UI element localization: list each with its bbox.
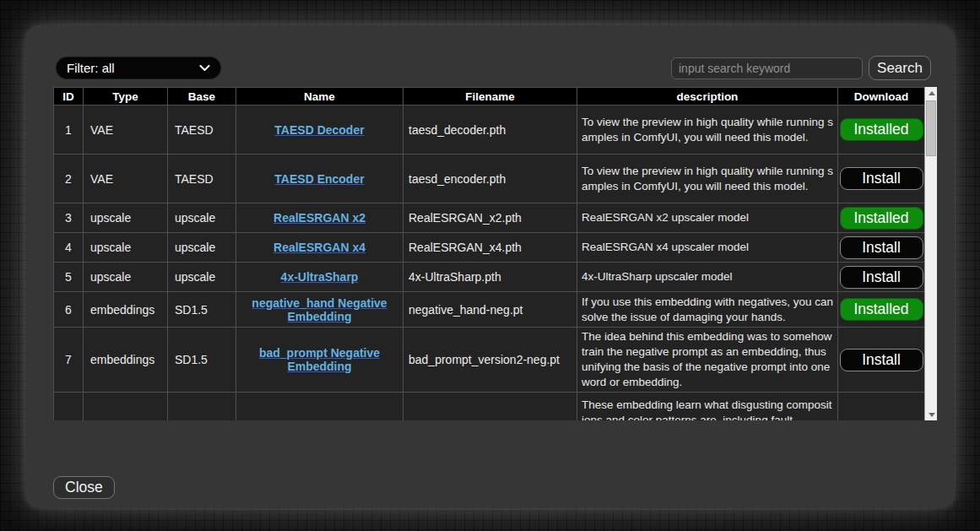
cell-id: 6: [54, 292, 84, 328]
cell-type: VAE: [84, 154, 168, 203]
table-row: 6 embeddings SD1.5 negative_hand Negativ…: [54, 292, 925, 328]
model-name-link[interactable]: bad_prompt Negative Embedding: [259, 346, 380, 373]
cell-filename: RealESRGAN_x2.pth: [403, 203, 577, 233]
install-button[interactable]: Install: [840, 266, 923, 289]
table-row: 7 embeddings SD1.5 bad_prompt Negative E…: [54, 328, 925, 393]
cell-description: The idea behind this embedding was to so…: [577, 328, 838, 393]
scrollbar-up-arrow[interactable]: [925, 87, 938, 99]
graph-canvas-background: Filter: all Search ID Type: [0, 0, 980, 531]
header-type: Type: [84, 88, 168, 106]
cell-filename: RealESRGAN_x4.pth: [403, 233, 577, 263]
cell-type: VAE: [84, 106, 168, 154]
cell-filename: bad_prompt_version2-neg.pt: [403, 328, 577, 393]
cell-description: These embedding learn what disgusting co…: [577, 393, 838, 421]
triangle-down-icon: [929, 413, 935, 417]
table-row: 5 upscale upscale 4x-UltraSharp 4x-Ultra…: [54, 263, 925, 292]
header-download: Download: [838, 88, 925, 106]
cell-base: upscale: [168, 233, 236, 263]
table-header-row: ID Type Base Name Filename description D…: [54, 88, 925, 106]
cell-type: upscale: [84, 203, 168, 233]
search-input[interactable]: [671, 57, 863, 79]
table-row: 3 upscale upscale RealESRGAN x2 RealESRG…: [54, 203, 925, 233]
cell-base: upscale: [168, 263, 236, 292]
header-id: ID: [54, 88, 84, 106]
installed-button[interactable]: Installed: [840, 298, 923, 321]
model-name-link[interactable]: RealESRGAN x4: [273, 241, 365, 254]
header-filename: Filename: [403, 88, 577, 106]
cell-filename: [403, 393, 577, 421]
search-button[interactable]: Search: [869, 56, 931, 80]
cell-name: [236, 393, 403, 421]
cell-description: 4x-UltraSharp upscaler model: [577, 263, 838, 292]
table-row: 2 VAE TAESD TAESD Encoder taesd_encoder.…: [54, 154, 925, 203]
cell-type: embeddings: [84, 292, 168, 328]
cell-base: SD1.5: [168, 328, 236, 393]
model-name-link[interactable]: RealESRGAN x2: [273, 211, 365, 225]
install-button[interactable]: Install: [840, 349, 923, 371]
close-button[interactable]: Close: [53, 476, 115, 499]
cell-description: To view the preview in high quality whil…: [577, 154, 838, 203]
cell-base: [168, 393, 236, 421]
install-models-dialog: Filter: all Search ID Type: [25, 25, 955, 508]
cell-type: [84, 393, 168, 421]
cell-filename: taesd_decoder.pth: [403, 106, 577, 154]
triangle-up-icon: [929, 91, 935, 95]
cell-filename: negative_hand-neg.pt: [403, 292, 577, 328]
scrollbar-down-arrow[interactable]: [925, 409, 938, 420]
model-name-link[interactable]: TAESD Encoder: [274, 172, 364, 186]
header-name: Name: [236, 88, 403, 106]
table-scrollbar[interactable]: [924, 87, 937, 420]
cell-id: 3: [54, 203, 84, 233]
cell-filename: taesd_encoder.pth: [403, 154, 577, 203]
models-table-viewport: ID Type Base Name Filename description D…: [53, 87, 924, 420]
filter-dropdown-value: Filter: all: [67, 61, 115, 75]
cell-description: RealESRGAN x4 upscaler model: [577, 233, 838, 263]
cell-id: 5: [54, 263, 84, 292]
scrollbar-thumb[interactable]: [926, 100, 936, 156]
table-row-clipped: These embedding learn what disgusting co…: [54, 393, 925, 421]
model-name-link[interactable]: 4x-UltraSharp: [281, 270, 359, 284]
chevron-down-icon: [199, 65, 210, 72]
install-button[interactable]: Install: [840, 167, 923, 190]
cell-description: To view the preview in high quality whil…: [577, 106, 838, 154]
cell-id: 4: [54, 233, 84, 263]
install-button[interactable]: Install: [840, 236, 923, 259]
cell-base: TAESD: [168, 154, 236, 203]
cell-download: [838, 393, 925, 421]
cell-type: upscale: [84, 263, 168, 292]
header-description: description: [577, 88, 838, 106]
cell-id: 7: [54, 328, 84, 393]
cell-id: [54, 393, 84, 421]
cell-type: embeddings: [84, 328, 168, 393]
header-base: Base: [168, 88, 236, 106]
installed-button[interactable]: Installed: [840, 207, 923, 230]
cell-base: TAESD: [168, 106, 236, 154]
table-row: 4 upscale upscale RealESRGAN x4 RealESRG…: [54, 233, 925, 263]
cell-type: upscale: [84, 233, 168, 263]
cell-base: SD1.5: [168, 292, 236, 328]
cell-base: upscale: [168, 203, 236, 233]
cell-description: RealESRGAN x2 upscaler model: [577, 203, 838, 233]
cell-id: 2: [54, 154, 84, 203]
installed-button[interactable]: Installed: [840, 118, 923, 141]
cell-filename: 4x-UltraSharp.pth: [403, 263, 577, 292]
cell-description: If you use this embedding with negatives…: [577, 292, 838, 328]
models-table-container: ID Type Base Name Filename description D…: [53, 87, 937, 420]
table-row: 1 VAE TAESD TAESD Decoder taesd_decoder.…: [54, 106, 925, 154]
cell-id: 1: [54, 106, 84, 154]
filter-dropdown[interactable]: Filter: all: [56, 57, 221, 79]
model-name-link[interactable]: TAESD Decoder: [274, 123, 364, 137]
models-table: ID Type Base Name Filename description D…: [53, 87, 924, 420]
model-name-link[interactable]: negative_hand Negative Embedding: [252, 296, 387, 323]
